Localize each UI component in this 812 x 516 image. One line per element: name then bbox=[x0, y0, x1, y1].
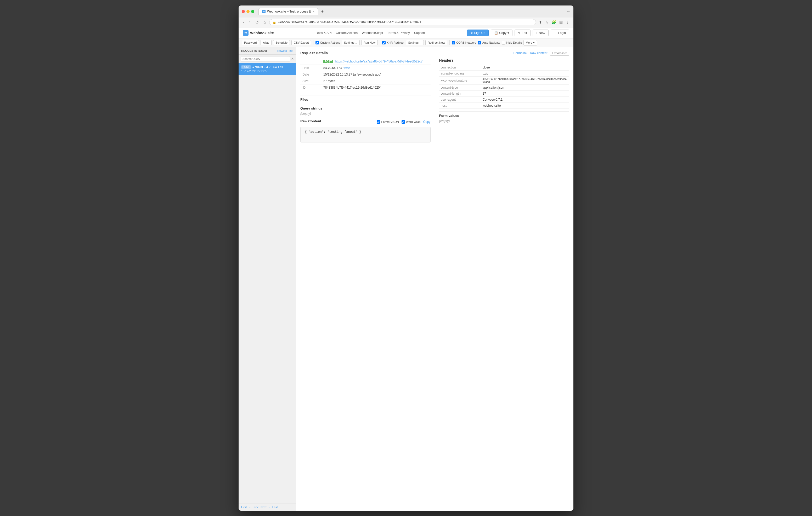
search-input[interactable] bbox=[241, 56, 290, 61]
back-button[interactable]: ‹ bbox=[242, 19, 245, 25]
sidebar-toggle-icon[interactable]: ▦ bbox=[558, 19, 563, 25]
word-wrap-input[interactable] bbox=[402, 120, 405, 124]
menu-icon[interactable]: ⋮ bbox=[565, 19, 570, 25]
header-row-accept-encoding: accept-encoding gzip bbox=[439, 70, 570, 76]
auto-navigate-checkbox[interactable]: Auto Navigate bbox=[478, 41, 500, 44]
date-label: Date bbox=[300, 71, 321, 78]
request-url-link[interactable]: https://webhook.site/aa7a8a8b-6d79-456a-… bbox=[335, 60, 423, 63]
details-columns: POST https://webhook.site/aa7a8a8b-6d79-… bbox=[300, 58, 569, 143]
webhook-logo: W Webhook.site bbox=[243, 30, 274, 36]
format-json-input[interactable] bbox=[377, 120, 380, 124]
header-key: user-agent bbox=[439, 96, 481, 102]
sidebar-footer: First ← Prev Next → Last bbox=[239, 503, 296, 511]
settings-btn-1[interactable]: Settings… bbox=[342, 40, 360, 45]
minimize-traffic-light[interactable] bbox=[246, 10, 250, 13]
header-row-content-type: content-type application/json bbox=[439, 85, 570, 90]
active-tab[interactable]: W Webhook.site – Test, process & ✕ bbox=[258, 8, 318, 14]
id-value: 7843383f-b7f9-4417-ac19-26d8ed146204 bbox=[321, 84, 431, 91]
first-page-link[interactable]: First bbox=[241, 506, 247, 509]
export-button[interactable]: Export as ▾ bbox=[550, 51, 569, 56]
share-icon[interactable]: ⬆ bbox=[538, 19, 543, 25]
header-key: content-type bbox=[439, 85, 481, 90]
nav-custom-actions[interactable]: Custom Actions bbox=[336, 31, 357, 35]
csv-export-btn[interactable]: CSV Export bbox=[291, 40, 311, 45]
nav-terms[interactable]: Terms & Privacy bbox=[387, 31, 410, 35]
next-page-link[interactable]: Next → bbox=[261, 506, 270, 509]
home-button[interactable]: ⌂ bbox=[262, 19, 267, 25]
edit-button[interactable]: ✎ Edit bbox=[515, 30, 530, 36]
header-key: content-length bbox=[439, 90, 481, 96]
cors-headers-checkbox[interactable]: CORS Headers bbox=[452, 41, 476, 44]
auto-navigate-input[interactable] bbox=[478, 41, 481, 44]
title-bar: W Webhook.site – Test, process & ✕ + ⋯ bbox=[239, 5, 573, 18]
search-clear-icon[interactable]: ✕ bbox=[291, 57, 294, 61]
header-val: close bbox=[481, 65, 570, 70]
form-values-title: Form values bbox=[439, 111, 570, 118]
newest-first-toggle[interactable]: Newest First bbox=[277, 49, 293, 52]
nav-support[interactable]: Support bbox=[414, 31, 425, 35]
cors-headers-input[interactable] bbox=[452, 41, 455, 44]
header-key: accept-encoding bbox=[439, 70, 481, 76]
new-tab-button[interactable]: + bbox=[319, 8, 326, 15]
request-details-title: Request Details bbox=[300, 51, 328, 55]
logo-text: Webhook.site bbox=[250, 31, 274, 35]
permalink-link[interactable]: Permalink bbox=[513, 51, 527, 55]
request-details-panel: Request Details Permalink Raw content Ex… bbox=[296, 47, 573, 146]
last-page-link[interactable]: Last bbox=[272, 506, 278, 509]
custom-actions-label: Custom Actions bbox=[320, 41, 340, 44]
title-bar-controls: ⋯ bbox=[567, 10, 570, 13]
settings-btn-2[interactable]: Settings… bbox=[406, 40, 424, 45]
copy-button[interactable]: 📋 Copy ▾ bbox=[491, 30, 513, 36]
address-bar: ‹ › ↺ ⌂ 🔒 webhook.site/#!/aa7a8a8b-6d79-… bbox=[239, 18, 573, 27]
custom-actions-checkbox[interactable]: Custom Actions bbox=[316, 41, 340, 44]
schedule-btn[interactable]: Schedule bbox=[273, 40, 290, 45]
password-btn[interactable]: Password bbox=[242, 40, 259, 45]
bookmark-icon[interactable]: ☆ bbox=[544, 19, 549, 25]
nav-docs-api[interactable]: Docs & API bbox=[316, 31, 332, 35]
table-row-id: ID 7843383f-b7f9-4417-ac19-26d8ed146204 bbox=[300, 84, 431, 91]
fullscreen-traffic-light[interactable] bbox=[251, 10, 254, 13]
raw-content-copy-button[interactable]: Copy bbox=[423, 120, 430, 124]
tab-close-button[interactable]: ✕ bbox=[313, 10, 315, 13]
format-json-checkbox[interactable]: Format JSON bbox=[377, 120, 399, 124]
content-area: Request Details Permalink Raw content Ex… bbox=[296, 47, 573, 511]
xhr-redirect-checkbox[interactable]: XHR Redirect bbox=[382, 41, 404, 44]
signup-button[interactable]: ★ Sign Up bbox=[467, 30, 489, 36]
host-value: 84.70.64.173 bbox=[323, 66, 342, 70]
request-list-item[interactable]: POST #78433 84.70.64.173 15/12/2022 15:1… bbox=[239, 63, 296, 75]
word-wrap-checkbox[interactable]: Word-Wrap bbox=[402, 120, 420, 124]
address-text: webhook.site/#!/aa7a8a8b-6d79-456a-a758-… bbox=[278, 20, 532, 24]
login-button[interactable]: → Login bbox=[551, 30, 569, 36]
custom-actions-input[interactable] bbox=[316, 41, 319, 44]
raw-content-header: Raw Content Format JSON Word-Wrap bbox=[300, 119, 431, 125]
requests-count: REQUESTS (1/500) bbox=[241, 49, 267, 52]
header-row-user-agent: user-agent Convoy/v0.7.1 bbox=[439, 96, 570, 102]
address-bar-actions: ⬆ ☆ 🧩 ▦ ⋮ bbox=[538, 19, 570, 25]
cors-headers-label: CORS Headers bbox=[456, 41, 476, 44]
request-details-header: Request Details Permalink Raw content Ex… bbox=[300, 51, 569, 56]
new-button[interactable]: + New bbox=[532, 30, 549, 36]
extensions-icon[interactable]: 🧩 bbox=[551, 19, 557, 25]
run-now-btn[interactable]: Run Now bbox=[361, 40, 378, 45]
more-button[interactable]: More ▾ bbox=[523, 40, 537, 45]
raw-content-title: Raw Content bbox=[300, 119, 321, 123]
close-traffic-light[interactable] bbox=[242, 10, 245, 13]
address-input-bar[interactable]: 🔒 webhook.site/#!/aa7a8a8b-6d79-456a-a75… bbox=[269, 19, 536, 25]
raw-content-link[interactable]: Raw content bbox=[530, 51, 548, 55]
header-row-x-convoy-signature: x-convoy-signature a95113a8af1ebd01bb301… bbox=[439, 76, 570, 85]
forward-button[interactable]: › bbox=[248, 19, 252, 25]
nav-webhookscript[interactable]: WebhookScript bbox=[362, 31, 383, 35]
prev-page-link[interactable]: ← Prev bbox=[249, 506, 258, 509]
xhr-redirect-input[interactable] bbox=[382, 41, 385, 44]
reload-button[interactable]: ↺ bbox=[254, 19, 260, 26]
copy-chevron: ▾ bbox=[508, 31, 509, 35]
header-val: a95113a8af1ebd01bb301ac9f1e77a806341e37e… bbox=[481, 76, 570, 85]
form-values-empty: (empty) bbox=[439, 119, 570, 123]
alias-btn[interactable]: Alias bbox=[261, 40, 271, 45]
redirect-now-btn[interactable]: Redirect Now bbox=[425, 40, 447, 45]
hide-details-input[interactable] bbox=[502, 41, 505, 44]
header-val: webhook.site bbox=[481, 102, 570, 109]
whois-link[interactable]: whois bbox=[344, 67, 350, 69]
hide-details-checkbox[interactable]: Hide Details bbox=[502, 41, 522, 44]
login-icon: → bbox=[554, 31, 557, 35]
